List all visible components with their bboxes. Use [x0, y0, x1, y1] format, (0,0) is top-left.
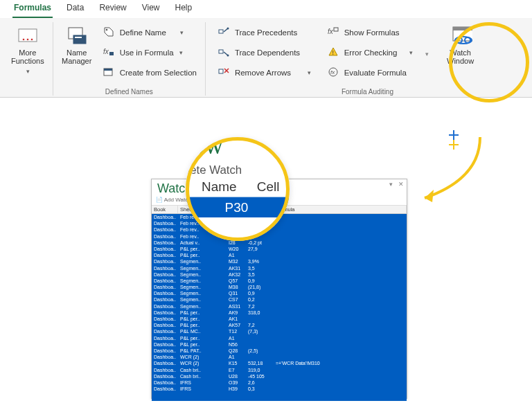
ribbon-groups: More Functions▾ Name Manager Define Name… [0, 18, 532, 97]
arrow-indicator [414, 130, 490, 213]
watch-row[interactable]: Dashboa..Segmen..M323,9% [152, 259, 407, 265]
tab-data[interactable]: Data [65, 0, 85, 18]
zoom-delete-watch-label: Delete Watch [186, 163, 242, 177]
watch-row[interactable]: Dashboa..WCR (2)A1 [152, 355, 407, 361]
trace-dependents-button[interactable]: Trace Dependents [214, 44, 315, 62]
remove-arrows-icon [218, 66, 231, 79]
svg-text:fx: fx [328, 28, 334, 35]
trace-dependents-icon [218, 46, 231, 59]
use-in-formula-button[interactable]: fx Use in Formula▾ [99, 44, 201, 62]
create-from-selection-button[interactable]: Create from Selection [99, 64, 201, 82]
svg-text:!: ! [332, 49, 334, 56]
zoom-title-fragment: indow [186, 137, 290, 161]
watch-row[interactable]: Dashboa..IFRSO392,6 [152, 380, 407, 386]
watch-row[interactable]: Dashboa..P&L per..A1 [152, 336, 407, 342]
remove-arrows-button[interactable]: Remove Arrows ▾ [214, 64, 315, 82]
watch-row[interactable]: Dashboa..Segmen..AS317,2 [152, 304, 407, 310]
ribbon-tabs: Formulas Data Review View Help [0, 0, 532, 18]
svg-point-13 [227, 28, 229, 30]
window-dropdown-icon[interactable]: ▾ [389, 181, 393, 188]
svg-rect-5 [73, 35, 86, 44]
name-manager-icon [65, 25, 89, 46]
group-function-library: More Functions▾ [3, 22, 53, 96]
svg-point-15 [227, 55, 229, 57]
error-checking-button[interactable]: ! Error Checking ▾ [323, 44, 417, 62]
tab-view[interactable]: View [141, 0, 161, 18]
name-manager-button[interactable]: Name Manager [57, 22, 96, 86]
group-label-formula-auditing: Formula Auditing [210, 86, 525, 96]
group-formula-auditing: Trace Precedents Trace Dependents Remove… [206, 22, 529, 96]
watch-row[interactable]: Dashboa..P&L per..W2027,9 [152, 247, 407, 253]
error-checking-icon: ! [328, 46, 340, 59]
watch-row[interactable]: Dashboa..Segmen..Q310,9 [152, 291, 407, 297]
zoom-col-cell: Cell [257, 179, 280, 194]
more-functions-label: More Functions [11, 48, 44, 65]
watch-row[interactable]: Dashboa..P&L per..A1 [152, 253, 407, 259]
tab-help[interactable]: Help [174, 0, 194, 18]
svg-point-7 [105, 29, 107, 31]
tag-icon [103, 26, 116, 39]
svg-point-3 [31, 39, 33, 41]
group-defined-names: Name Manager Define Name ▾ fx Use in For… [53, 22, 206, 96]
window-close-icon[interactable]: ✕ [398, 181, 404, 188]
evaluate-formula-button[interactable]: fx Evaluate Formula [323, 64, 417, 82]
watch-row[interactable]: Dashboa..Segmen..CS70,2 [152, 297, 407, 303]
svg-rect-18 [334, 28, 338, 31]
show-formulas-icon: fx [328, 26, 340, 39]
tab-review[interactable]: Review [98, 0, 127, 18]
watch-window-button[interactable]: Watch Window [436, 22, 486, 86]
watch-row[interactable]: Dashboa..Actual v..I28-0,2 pt [152, 240, 407, 247]
watch-row[interactable]: Dashboa..P&L per..AK9318,0 [152, 310, 407, 316]
trace-precedents-icon [218, 26, 231, 39]
svg-rect-9 [109, 52, 114, 55]
define-name-button[interactable]: Define Name ▾ [99, 24, 201, 42]
svg-rect-11 [104, 69, 112, 71]
more-functions-button[interactable]: More Functions▾ [7, 22, 48, 86]
trace-precedents-button[interactable]: Trace Precedents [214, 24, 315, 42]
watch-row[interactable]: Dashboa..P&L PAT..Q28(2,5) [152, 348, 407, 355]
show-formulas-button[interactable]: fx Show Formulas [323, 24, 417, 42]
svg-rect-14 [219, 50, 223, 53]
col-book[interactable]: Book [152, 206, 178, 213]
watch-window-label: Watch Window [447, 48, 474, 65]
watch-row[interactable]: Dashboa..Feb rev.. [152, 227, 407, 233]
name-manager-label: Name Manager [62, 48, 91, 65]
watch-row[interactable]: Dashboa..Segmen..M38(21,8) [152, 285, 407, 291]
watch-row[interactable]: Dashboa..P&L MC..T12(7,3) [152, 329, 407, 335]
svg-text:fx: fx [330, 69, 335, 75]
watch-row[interactable]: Dashboa..IFRSH390,3 [152, 386, 407, 393]
use-in-formula-icon: fx [103, 46, 116, 59]
watch-row[interactable]: Dashboa..WCR (2)K15532,18=+'WCR Data'!M3… [152, 361, 407, 367]
create-selection-icon [103, 66, 116, 79]
col-formula[interactable]: Formula [274, 206, 407, 213]
group-dialog-launcher[interactable]: ▾ [421, 22, 433, 86]
svg-text:fx: fx [103, 48, 109, 55]
group-label-defined-names: Defined Names [57, 86, 201, 96]
watch-row[interactable]: Dashboa..Feb rev.. [152, 234, 407, 240]
svg-point-2 [27, 39, 29, 41]
ribbon: Formulas Data Review View Help More Func… [0, 0, 532, 98]
watch-row[interactable]: Dashboa..Segmen..AK313,5 [152, 266, 407, 272]
svg-point-1 [23, 39, 25, 41]
watch-row[interactable]: Dashboa..P&L per..AK1 [152, 316, 407, 323]
evaluate-formula-icon: fx [328, 66, 340, 79]
zoom-callout: indow ✕ Delete Watch Name Cell P30 [186, 137, 290, 241]
watch-row[interactable]: Dashboa..P&L per..AK577,2 [152, 323, 407, 329]
tab-formulas[interactable]: Formulas [12, 0, 53, 18]
svg-rect-23 [453, 27, 472, 30]
watch-body: Dashboa..Feb rev..Dashboa..Feb rev..Dash… [152, 214, 407, 401]
watch-row[interactable]: Dashboa..Cash bri..U28-45 105 [152, 374, 407, 380]
svg-rect-16 [219, 69, 223, 73]
more-functions-icon [16, 25, 39, 46]
watch-row[interactable]: Dashboa..P&L per..N56 [152, 342, 407, 348]
watch-window-icon [449, 25, 472, 46]
window-controls: ▾ ✕ [389, 181, 404, 188]
watch-row[interactable]: Dashboa..Cash bri..E7319,0 [152, 368, 407, 374]
zoom-selected-row: P30 [186, 197, 290, 217]
svg-rect-6 [75, 37, 82, 38]
watch-row[interactable]: Dashboa..Feb rev.. [152, 221, 407, 227]
zoom-col-name: Name [202, 179, 236, 194]
watch-row[interactable]: Dashboa..Segmen..Q570,9 [152, 278, 407, 285]
watch-row[interactable]: Dashboa..Segmen..AK323,5 [152, 272, 407, 278]
svg-rect-12 [219, 30, 223, 33]
